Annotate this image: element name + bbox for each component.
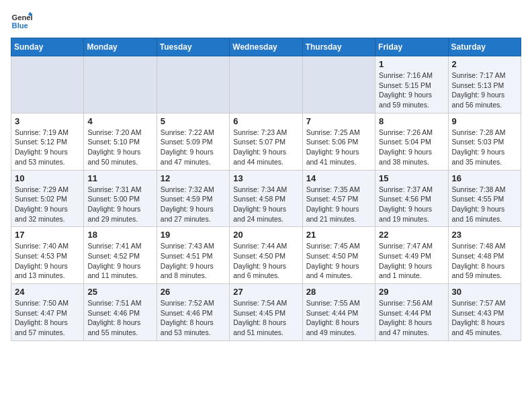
calendar-week-row: 24Sunrise: 7:50 AM Sunset: 4:47 PM Dayli… [11,284,521,341]
day-number: 7 [306,116,371,126]
day-number: 12 [161,173,226,183]
calendar-cell: 8Sunrise: 7:26 AM Sunset: 5:04 PM Daylig… [375,113,448,170]
day-number: 26 [161,287,226,297]
day-number: 18 [87,230,152,240]
day-info: Sunrise: 7:29 AM Sunset: 5:02 PM Dayligh… [15,185,80,224]
calendar-cell: 23Sunrise: 7:48 AM Sunset: 4:48 PM Dayli… [448,227,521,284]
day-info: Sunrise: 7:20 AM Sunset: 5:10 PM Dayligh… [87,128,152,167]
calendar-cell: 4Sunrise: 7:20 AM Sunset: 5:10 PM Daylig… [84,113,157,170]
day-info: Sunrise: 7:25 AM Sunset: 5:06 PM Dayligh… [306,128,371,167]
svg-text:Blue: Blue [12,21,28,30]
day-info: Sunrise: 7:48 AM Sunset: 4:48 PM Dayligh… [452,241,517,281]
day-info: Sunrise: 7:22 AM Sunset: 5:09 PM Dayligh… [161,128,226,167]
calendar-cell: 1Sunrise: 7:16 AM Sunset: 5:15 PM Daylig… [375,56,448,113]
calendar-cell: 11Sunrise: 7:31 AM Sunset: 5:00 PM Dayli… [84,170,157,227]
calendar-cell: 17Sunrise: 7:40 AM Sunset: 4:53 PM Dayli… [11,227,84,284]
calendar-week-row: 10Sunrise: 7:29 AM Sunset: 5:02 PM Dayli… [11,170,521,227]
day-info: Sunrise: 7:43 AM Sunset: 4:51 PM Dayligh… [161,241,226,281]
day-number: 22 [379,230,444,240]
day-info: Sunrise: 7:44 AM Sunset: 4:50 PM Dayligh… [233,241,298,281]
calendar-cell: 12Sunrise: 7:32 AM Sunset: 4:59 PM Dayli… [157,170,229,227]
weekday-row: SundayMondayTuesdayWednesdayThursdayFrid… [11,38,521,56]
day-info: Sunrise: 7:32 AM Sunset: 4:59 PM Dayligh… [161,185,226,224]
day-number: 8 [379,116,444,126]
day-number: 24 [15,287,80,297]
day-info: Sunrise: 7:55 AM Sunset: 4:44 PM Dayligh… [306,298,371,338]
day-number: 1 [379,59,444,69]
calendar-week-row: 1Sunrise: 7:16 AM Sunset: 5:15 PM Daylig… [11,56,521,113]
day-info: Sunrise: 7:45 AM Sunset: 4:50 PM Dayligh… [306,241,371,281]
weekday-header: Thursday [302,38,375,56]
calendar-cell: 2Sunrise: 7:17 AM Sunset: 5:13 PM Daylig… [448,56,521,113]
calendar-cell [11,56,84,113]
day-number: 3 [15,116,80,126]
day-number: 9 [452,116,517,126]
logo-icon: General Blue [11,11,32,32]
day-info: Sunrise: 7:17 AM Sunset: 5:13 PM Dayligh… [452,71,517,110]
calendar-cell: 15Sunrise: 7:37 AM Sunset: 4:56 PM Dayli… [375,170,448,227]
day-number: 25 [87,287,152,297]
day-info: Sunrise: 7:37 AM Sunset: 4:56 PM Dayligh… [379,185,444,224]
day-info: Sunrise: 7:26 AM Sunset: 5:04 PM Dayligh… [379,128,444,167]
day-info: Sunrise: 7:56 AM Sunset: 4:44 PM Dayligh… [379,298,444,338]
calendar-cell: 22Sunrise: 7:47 AM Sunset: 4:49 PM Dayli… [375,227,448,284]
day-info: Sunrise: 7:47 AM Sunset: 4:49 PM Dayligh… [379,241,444,281]
day-info: Sunrise: 7:31 AM Sunset: 5:00 PM Dayligh… [87,185,152,224]
calendar-header: SundayMondayTuesdayWednesdayThursdayFrid… [11,38,521,56]
day-number: 2 [452,59,517,69]
day-number: 23 [452,230,517,240]
day-number: 17 [15,230,80,240]
day-number: 4 [87,116,152,126]
day-number: 30 [452,287,517,297]
day-info: Sunrise: 7:52 AM Sunset: 4:46 PM Dayligh… [161,298,226,338]
calendar-cell: 18Sunrise: 7:41 AM Sunset: 4:52 PM Dayli… [84,227,157,284]
day-number: 20 [233,230,298,240]
calendar-cell: 21Sunrise: 7:45 AM Sunset: 4:50 PM Dayli… [302,227,375,284]
day-number: 28 [306,287,371,297]
weekday-header: Tuesday [157,38,229,56]
day-info: Sunrise: 7:41 AM Sunset: 4:52 PM Dayligh… [87,241,152,281]
calendar-cell: 24Sunrise: 7:50 AM Sunset: 4:47 PM Dayli… [11,284,84,341]
calendar-cell: 20Sunrise: 7:44 AM Sunset: 4:50 PM Dayli… [230,227,302,284]
day-info: Sunrise: 7:54 AM Sunset: 4:45 PM Dayligh… [233,298,298,338]
day-number: 16 [452,173,517,183]
calendar-cell: 25Sunrise: 7:51 AM Sunset: 4:46 PM Dayli… [84,284,157,341]
calendar-cell: 19Sunrise: 7:43 AM Sunset: 4:51 PM Dayli… [157,227,229,284]
calendar-cell: 16Sunrise: 7:38 AM Sunset: 4:55 PM Dayli… [448,170,521,227]
day-info: Sunrise: 7:50 AM Sunset: 4:47 PM Dayligh… [15,298,80,338]
day-info: Sunrise: 7:57 AM Sunset: 4:43 PM Dayligh… [452,298,517,338]
day-info: Sunrise: 7:40 AM Sunset: 4:53 PM Dayligh… [15,241,80,281]
calendar-cell [302,56,375,113]
calendar-week-row: 3Sunrise: 7:19 AM Sunset: 5:12 PM Daylig… [11,113,521,170]
day-number: 5 [161,116,226,126]
day-info: Sunrise: 7:51 AM Sunset: 4:46 PM Dayligh… [87,298,152,338]
day-number: 11 [87,173,152,183]
weekday-header: Monday [84,38,157,56]
day-number: 6 [233,116,298,126]
calendar-cell: 7Sunrise: 7:25 AM Sunset: 5:06 PM Daylig… [302,113,375,170]
day-number: 13 [233,173,298,183]
weekday-header: Saturday [448,38,521,56]
day-number: 27 [233,287,298,297]
day-info: Sunrise: 7:16 AM Sunset: 5:15 PM Dayligh… [379,71,444,110]
day-info: Sunrise: 7:19 AM Sunset: 5:12 PM Dayligh… [15,128,80,167]
calendar-cell: 9Sunrise: 7:28 AM Sunset: 5:03 PM Daylig… [448,113,521,170]
calendar-cell: 14Sunrise: 7:35 AM Sunset: 4:57 PM Dayli… [302,170,375,227]
day-info: Sunrise: 7:35 AM Sunset: 4:57 PM Dayligh… [306,185,371,224]
calendar-cell: 28Sunrise: 7:55 AM Sunset: 4:44 PM Dayli… [302,284,375,341]
calendar-cell: 6Sunrise: 7:23 AM Sunset: 5:07 PM Daylig… [230,113,302,170]
calendar-body: 1Sunrise: 7:16 AM Sunset: 5:15 PM Daylig… [11,56,521,341]
weekday-header: Wednesday [230,38,302,56]
day-info: Sunrise: 7:34 AM Sunset: 4:58 PM Dayligh… [233,185,298,224]
day-number: 10 [15,173,80,183]
day-info: Sunrise: 7:28 AM Sunset: 5:03 PM Dayligh… [452,128,517,167]
weekday-header: Sunday [11,38,84,56]
calendar-cell: 13Sunrise: 7:34 AM Sunset: 4:58 PM Dayli… [230,170,302,227]
day-number: 21 [306,230,371,240]
day-number: 29 [379,287,444,297]
calendar-table: SundayMondayTuesdayWednesdayThursdayFrid… [11,38,521,341]
calendar-cell: 10Sunrise: 7:29 AM Sunset: 5:02 PM Dayli… [11,170,84,227]
calendar-cell: 29Sunrise: 7:56 AM Sunset: 4:44 PM Dayli… [375,284,448,341]
day-info: Sunrise: 7:23 AM Sunset: 5:07 PM Dayligh… [233,128,298,167]
calendar-cell [157,56,229,113]
